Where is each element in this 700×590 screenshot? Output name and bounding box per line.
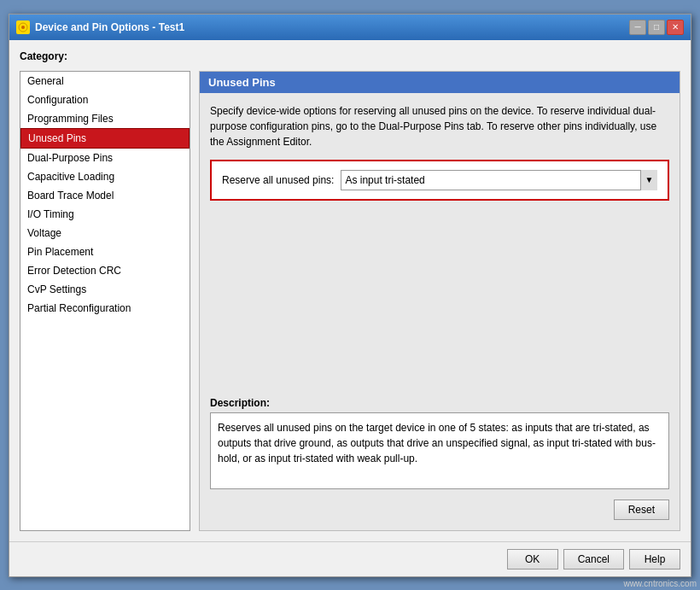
spacer: [210, 211, 669, 387]
sidebar-item-error-detection-crc[interactable]: Error Detection CRC: [20, 261, 190, 280]
watermark: www.cntronics.com: [623, 579, 697, 588]
intro-text: Specify device-wide options for reservin…: [210, 103, 669, 149]
sidebar-item-board-trace-model[interactable]: Board Trace Model: [20, 186, 190, 205]
sidebar-item-unused-pins[interactable]: Unused Pins: [20, 128, 190, 149]
svg-point-1: [21, 26, 25, 29]
sidebar-item-programming-files[interactable]: Programming Files: [20, 109, 190, 128]
title-bar-left: Device and Pin Options - Test1: [16, 20, 184, 34]
main-area: GeneralConfigurationProgramming FilesUnu…: [20, 71, 680, 531]
help-button[interactable]: Help: [629, 549, 680, 570]
sidebar-item-dual-purpose-pins[interactable]: Dual-Purpose Pins: [20, 149, 190, 167]
minimize-button[interactable]: ─: [629, 20, 646, 35]
content-area: Unused Pins Specify device-wide options …: [199, 71, 680, 531]
reserve-box: Reserve all unused pins: As input tri-st…: [210, 160, 669, 201]
sidebar-item-io-timing[interactable]: I/O Timing: [20, 205, 190, 224]
title-bar-controls: ─ □ ✕: [629, 20, 684, 35]
sidebar-item-cvp-settings[interactable]: CvP Settings: [20, 280, 190, 299]
title-bar: Device and Pin Options - Test1 ─ □ ✕: [9, 15, 691, 40]
window-icon: [16, 20, 30, 34]
category-label: Category:: [20, 50, 680, 62]
sidebar-item-partial-reconfiguration[interactable]: Partial Reconfiguration: [20, 299, 190, 318]
cancel-button[interactable]: Cancel: [563, 549, 624, 570]
close-button[interactable]: ✕: [667, 20, 684, 35]
sidebar: GeneralConfigurationProgramming FilesUnu…: [20, 71, 190, 531]
description-box: Reserves all unused pins on the target d…: [210, 412, 669, 489]
content-body: Specify device-wide options for reservin…: [200, 93, 680, 530]
bottom-bar: OK Cancel Help: [9, 541, 691, 576]
sidebar-item-pin-placement[interactable]: Pin Placement: [20, 242, 190, 261]
ok-button[interactable]: OK: [507, 549, 558, 570]
description-section: Description: Reserves all unused pins on…: [210, 397, 669, 489]
reserve-label: Reserve all unused pins:: [222, 174, 334, 186]
content-header: Unused Pins: [200, 72, 680, 93]
content-panel: Unused Pins Specify device-wide options …: [199, 71, 680, 531]
reset-button[interactable]: Reset: [614, 499, 669, 520]
sidebar-item-voltage[interactable]: Voltage: [20, 224, 190, 242]
reserve-select[interactable]: As input tri-statedAs output driving gro…: [341, 170, 657, 190]
reset-row: Reset: [210, 499, 669, 520]
sidebar-item-capacitive-loading[interactable]: Capacitive Loading: [20, 167, 190, 186]
main-window: Device and Pin Options - Test1 ─ □ ✕ Cat…: [9, 14, 691, 577]
reserve-select-wrapper: As input tri-statedAs output driving gro…: [341, 170, 657, 190]
window-content: Category: GeneralConfigurationProgrammin…: [9, 40, 691, 541]
maximize-button[interactable]: □: [648, 20, 665, 35]
sidebar-item-general[interactable]: General: [20, 72, 190, 91]
description-label: Description:: [210, 397, 669, 409]
sidebar-item-configuration[interactable]: Configuration: [20, 91, 190, 109]
window-title: Device and Pin Options - Test1: [35, 21, 184, 33]
